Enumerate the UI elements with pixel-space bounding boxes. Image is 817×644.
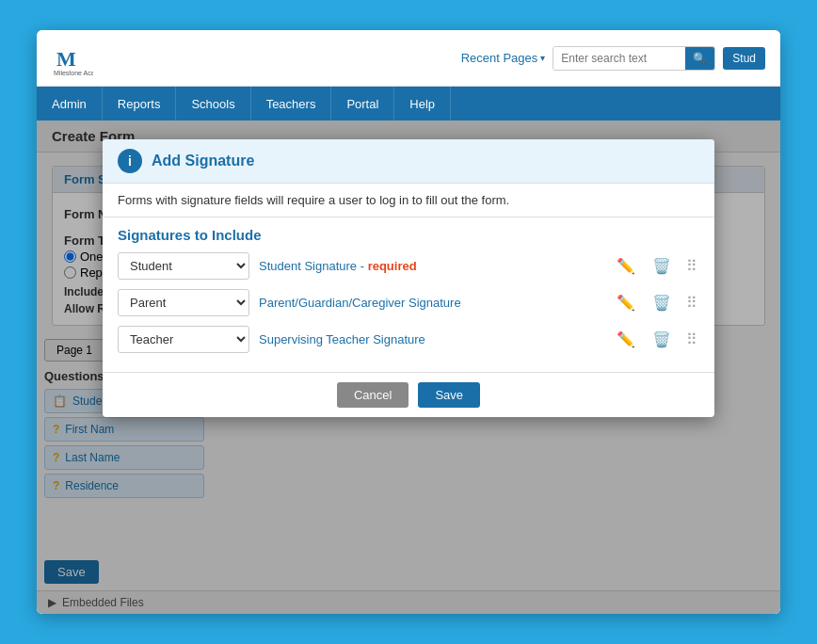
recent-pages-button[interactable]: Recent Pages ▾ [461,51,546,65]
teacher-type-select[interactable]: Student Parent Teacher [118,326,249,353]
info-icon: i [118,149,142,173]
search-box: 🔍 [553,46,715,71]
nav-item-schools[interactable]: Schools [176,87,250,121]
student-signature-label: Student Signature - required [259,259,603,273]
search-button[interactable]: 🔍 [685,47,714,70]
signature-row-parent: Student Parent Teacher Parent/Guardian/C… [118,289,699,316]
teacher-signature-delete-button[interactable]: 🗑️ [649,329,675,350]
chevron-down-icon: ▾ [540,53,545,63]
teacher-signature-edit-button[interactable]: ✏️ [613,329,639,350]
parent-signature-delete-button[interactable]: 🗑️ [649,292,675,314]
header-right: Recent Pages ▾ 🔍 Stud [461,46,765,71]
nav-bar: Admin Reports Schools Teachers Portal He… [37,87,780,121]
modal-cancel-button[interactable]: Cancel [337,382,408,408]
app-window: M Milestone Academy Recent Pages ▾ 🔍 Stu… [37,30,780,614]
nav-item-reports[interactable]: Reports [103,87,177,121]
required-badge: required [368,259,417,273]
nav-item-admin[interactable]: Admin [37,87,103,121]
student-signature-drag-handle[interactable]: ⠿ [684,255,699,277]
stud-button[interactable]: Stud [723,47,765,70]
signatures-section: Signatures to Include Student Parent Tea… [103,217,714,372]
add-signature-modal: i Add Signature Forms with signature fie… [103,139,714,417]
parent-type-select[interactable]: Student Parent Teacher [118,289,249,316]
modal-save-button[interactable]: Save [418,382,480,408]
svg-text:Milestone Academy: Milestone Academy [54,70,93,77]
recent-pages-label: Recent Pages [461,51,538,65]
student-type-select[interactable]: Student Parent Teacher [118,252,249,280]
student-signature-delete-button[interactable]: 🗑️ [649,255,675,277]
logo-icon: M Milestone Academy [52,38,93,79]
parent-signature-edit-button[interactable]: ✏️ [613,292,639,314]
modal-overlay: i Add Signature Forms with signature fie… [37,121,780,614]
teacher-signature-drag-handle[interactable]: ⠿ [684,329,699,350]
modal-footer: Cancel Save [103,372,714,417]
signature-row-student: Student Parent Teacher Student Signature… [118,252,699,280]
svg-text:M: M [56,47,76,71]
signatures-section-title: Signatures to Include [118,227,699,243]
header: M Milestone Academy Recent Pages ▾ 🔍 Stu… [37,30,780,87]
nav-item-portal[interactable]: Portal [331,87,394,121]
logo-area: M Milestone Academy [52,38,93,79]
nav-item-help[interactable]: Help [394,87,451,121]
nav-item-teachers[interactable]: Teachers [251,87,332,121]
teacher-signature-label: Supervising Teacher Signature [259,332,603,346]
page-content: Create Form Form Settings Form Name: For… [37,121,780,614]
parent-signature-label: Parent/Guardian/Caregiver Signature [259,296,603,310]
modal-notice: Forms with signature fields will require… [103,184,714,217]
search-input[interactable] [553,47,685,70]
modal-header: i Add Signature [103,139,714,184]
student-signature-edit-button[interactable]: ✏️ [613,255,639,277]
parent-signature-drag-handle[interactable]: ⠿ [684,292,699,314]
modal-title: Add Signature [152,153,254,169]
signature-row-teacher: Student Parent Teacher Supervising Teach… [118,326,699,353]
